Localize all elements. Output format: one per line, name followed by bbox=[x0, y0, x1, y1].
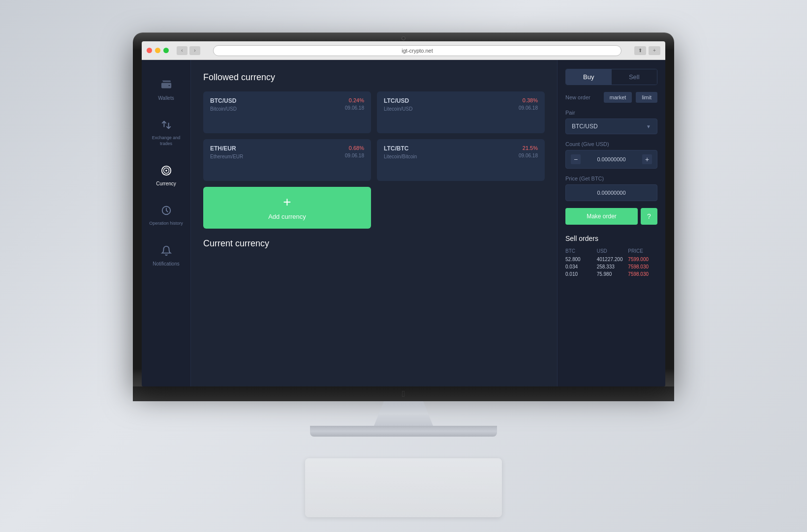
screen-outer: ‹ › igt-crypto.net ⬆ + bbox=[133, 32, 674, 386]
count-input: − 0.00000000 + bbox=[565, 150, 657, 169]
make-order-row: Make order ? bbox=[565, 208, 657, 225]
market-button[interactable]: market bbox=[604, 92, 632, 103]
buy-sell-tabs: Buy Sell bbox=[565, 69, 657, 85]
share-icon[interactable]: ⬆ bbox=[634, 46, 646, 55]
currency-icon bbox=[160, 164, 173, 177]
order-type-row: New order market limit bbox=[565, 92, 657, 103]
currency-card-ltcbtc[interactable]: LTC/BTC 21.5% Litecoin/Bitcoin 09.06.18 bbox=[377, 139, 545, 181]
pair-label: Pair bbox=[565, 110, 657, 116]
col-header-usd: USD bbox=[597, 248, 626, 254]
sidebar-exchange-label: Exchange and trades bbox=[147, 135, 186, 147]
card-pair-ltcbtc: LTC/BTC bbox=[384, 145, 408, 152]
increment-button[interactable]: + bbox=[642, 154, 652, 164]
help-button[interactable]: ? bbox=[641, 208, 657, 225]
card-change-ltcbtc: 21.5% bbox=[523, 145, 538, 151]
new-order-label: New order bbox=[565, 94, 600, 100]
sidebar-item-wallets[interactable]: Wallets bbox=[142, 70, 190, 110]
price-value: 0.00000000 bbox=[597, 190, 625, 196]
main-content: Followed currency BTC/USD 0.24% Bitcoin/… bbox=[191, 60, 557, 386]
apple-logo:  bbox=[402, 389, 405, 399]
card-date-btcusd: 09.06.18 bbox=[345, 105, 364, 111]
plus-icon: + bbox=[283, 195, 291, 209]
count-value: 0.00000000 bbox=[597, 156, 625, 162]
app-container: Wallets Exchange and trades Currency bbox=[142, 60, 665, 386]
imac-chin:  bbox=[133, 386, 674, 401]
browser-chrome: ‹ › igt-crypto.net ⬆ + bbox=[142, 41, 665, 60]
card-name-btcusd: Bitcoin/USD bbox=[210, 106, 364, 112]
bell-icon bbox=[160, 244, 173, 257]
chevron-down-icon: ▼ bbox=[646, 124, 651, 129]
address-bar[interactable]: igt-crypto.net bbox=[213, 45, 621, 56]
sidebar-item-operations[interactable]: Operation history bbox=[142, 195, 190, 236]
back-button[interactable]: ‹ bbox=[177, 46, 187, 55]
sidebar-item-exchange[interactable]: Exchange and trades bbox=[142, 110, 190, 155]
currency-grid: BTC/USD 0.24% Bitcoin/USD 09.06.18 LTC/U… bbox=[203, 91, 545, 181]
sell-orders-title: Sell orders bbox=[565, 235, 657, 242]
price-input[interactable]: 0.00000000 bbox=[565, 184, 657, 201]
card-date-ltcbtc: 09.06.18 bbox=[519, 153, 538, 158]
screen-bezel: ‹ › igt-crypto.net ⬆ + bbox=[142, 41, 665, 386]
cell-btc-1: 52.800 bbox=[565, 257, 595, 262]
currency-card-ltcusd[interactable]: LTC/USD 0.38% Litecoin/USD 09.06.18 bbox=[377, 91, 545, 133]
orders-row-1: 52.800 401227.200 7599.000 bbox=[565, 257, 657, 262]
limit-button[interactable]: limit bbox=[636, 92, 657, 103]
pair-select[interactable]: BTC/USD ▼ bbox=[565, 118, 657, 134]
buy-tab[interactable]: Buy bbox=[566, 69, 612, 85]
close-icon[interactable] bbox=[147, 48, 152, 53]
pair-value: BTC/USD bbox=[572, 123, 598, 130]
card-change-ltcusd: 0.38% bbox=[523, 97, 538, 103]
card-date-ltcusd: 09.06.18 bbox=[519, 105, 538, 111]
current-currency-title: Current currency bbox=[203, 238, 545, 249]
cell-usd-2: 258.333 bbox=[597, 264, 626, 269]
card-change-btcusd: 0.24% bbox=[349, 97, 364, 103]
history-icon bbox=[160, 204, 173, 217]
svg-point-2 bbox=[165, 170, 167, 172]
cell-price-1: 7599.000 bbox=[628, 257, 657, 262]
cell-usd-3: 75.980 bbox=[597, 271, 626, 277]
orders-table: BTC USD PRICE 52.800 401227.200 7599.000… bbox=[565, 248, 657, 277]
card-pair-etheur: ETH/EUR bbox=[210, 145, 236, 152]
orders-header: BTC USD PRICE bbox=[565, 248, 657, 254]
imac-base bbox=[310, 426, 497, 437]
cell-btc-3: 0.010 bbox=[565, 271, 595, 277]
bookmark-icon[interactable]: + bbox=[649, 46, 660, 55]
sell-tab[interactable]: Sell bbox=[612, 69, 657, 85]
keyboard bbox=[305, 458, 502, 517]
make-order-button[interactable]: Make order bbox=[565, 208, 638, 225]
count-label: Count (Give USD) bbox=[565, 141, 657, 147]
card-name-ltcbtc: Litecoin/Bitcoin bbox=[384, 154, 538, 159]
sidebar-notifications-label: Notifications bbox=[153, 261, 179, 266]
sidebar: Wallets Exchange and trades Currency bbox=[142, 60, 191, 386]
followed-currency-title: Followed currency bbox=[203, 72, 545, 83]
imac-display: ‹ › igt-crypto.net ⬆ + bbox=[133, 32, 674, 500]
wallet-icon bbox=[160, 79, 173, 91]
card-pair-btcusd: BTC/USD bbox=[210, 97, 236, 104]
add-currency-button[interactable]: + Add currency bbox=[203, 187, 371, 229]
card-name-etheur: Ethereum/EUR bbox=[210, 154, 364, 159]
url-text: igt-crypto.net bbox=[402, 48, 433, 54]
sidebar-item-notifications[interactable]: Notifications bbox=[142, 236, 190, 275]
right-panel: Buy Sell New order market limit Pair BTC… bbox=[557, 60, 665, 386]
orders-row-2: 0.034 258.333 7598.030 bbox=[565, 264, 657, 269]
currency-card-etheur[interactable]: ETH/EUR 0.68% Ethereum/EUR 09.06.18 bbox=[203, 139, 371, 181]
currency-card-btcusd[interactable]: BTC/USD 0.24% Bitcoin/USD 09.06.18 bbox=[203, 91, 371, 133]
cell-usd-1: 401227.200 bbox=[597, 257, 626, 262]
cell-btc-2: 0.034 bbox=[565, 264, 595, 269]
exchange-icon bbox=[160, 118, 173, 131]
card-change-etheur: 0.68% bbox=[349, 145, 364, 151]
sidebar-wallets-label: Wallets bbox=[158, 95, 174, 101]
minimize-icon[interactable] bbox=[155, 48, 160, 53]
col-header-btc: BTC bbox=[565, 248, 595, 254]
cell-price-3: 7598.030 bbox=[628, 271, 657, 277]
decrement-button[interactable]: − bbox=[571, 154, 581, 164]
card-name-ltcusd: Litecoin/USD bbox=[384, 106, 538, 112]
card-pair-ltcusd: LTC/USD bbox=[384, 97, 409, 104]
col-header-price: PRICE bbox=[628, 248, 657, 254]
forward-button[interactable]: › bbox=[189, 46, 200, 55]
fullscreen-icon[interactable] bbox=[163, 48, 169, 53]
imac-neck bbox=[354, 401, 453, 426]
sidebar-currency-label: Currency bbox=[156, 181, 176, 186]
price-label: Price (Get BTC) bbox=[565, 176, 657, 181]
cell-price-2: 7598.030 bbox=[628, 264, 657, 269]
sidebar-item-currency[interactable]: Currency bbox=[142, 155, 190, 195]
